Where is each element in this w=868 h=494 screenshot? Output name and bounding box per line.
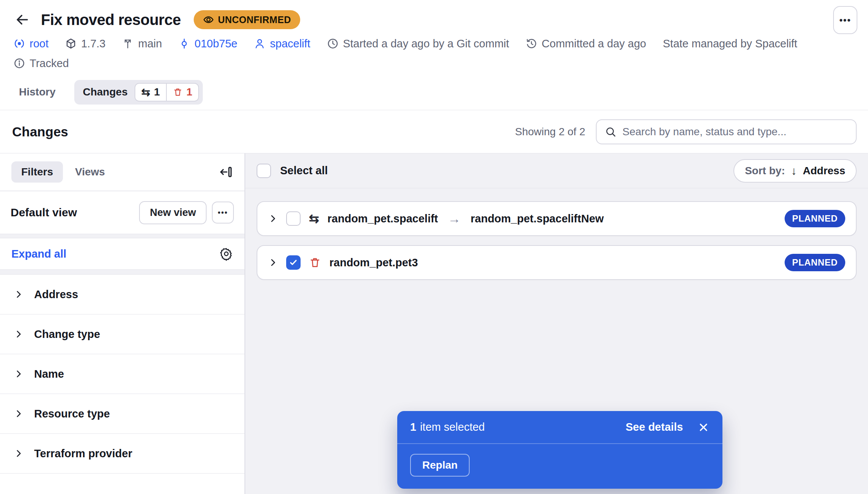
move-icon: ⇆	[141, 86, 150, 98]
showing-count: Showing 2 of 2	[515, 126, 585, 138]
filter-item-name[interactable]: Name	[0, 354, 244, 394]
status-badge-label: UNCONFIRMED	[218, 14, 291, 25]
started-label: Started a day ago by a Git commit	[343, 38, 509, 50]
resource-name-to: random_pet.spaceliftNew	[471, 213, 604, 225]
meta-row: root 1.7.3 main 010b75e	[14, 36, 854, 51]
commit-link[interactable]: 010b75e	[179, 38, 237, 50]
sort-button[interactable]: Sort by: ↓ Address	[733, 159, 857, 183]
chevron-right-icon	[14, 289, 24, 299]
filter-label: Terraform provider	[34, 447, 132, 460]
row-checkbox[interactable]	[286, 211, 301, 226]
search-box	[596, 119, 857, 144]
tab-history[interactable]: History	[14, 86, 61, 98]
state-item: State managed by Spacelift	[663, 38, 797, 50]
trash-icon	[173, 87, 183, 97]
branch-icon	[122, 38, 133, 49]
expand-all-link[interactable]: Expand all	[11, 248, 66, 260]
chevron-right-icon	[14, 329, 24, 339]
tab-changes-label: Changes	[83, 86, 127, 98]
page-title: Fix moved resource	[41, 11, 181, 28]
branch-label: main	[138, 38, 162, 50]
chevron-right-icon	[14, 369, 24, 379]
status-badge: UNCONFIRMED	[194, 10, 300, 29]
see-details-link[interactable]: See details	[625, 421, 683, 433]
page: Fix moved resource UNCONFIRMED ••• root	[0, 0, 868, 494]
changes-section-title: Changes	[12, 124, 68, 139]
user-label: spacelift	[270, 38, 310, 50]
selected-text: item selected	[420, 421, 485, 433]
filter-item-resource-type[interactable]: Resource type	[0, 394, 244, 434]
title-row: Fix moved resource UNCONFIRMED	[14, 8, 854, 32]
sidebar-tabs: Filters Views	[0, 153, 244, 191]
close-icon[interactable]	[697, 421, 710, 433]
eye-icon	[203, 14, 214, 25]
selected-count: 1	[410, 421, 416, 433]
filter-item-change-type[interactable]: Change type	[0, 314, 244, 354]
space-label: root	[30, 38, 49, 50]
resource-name: random_pet.pet3	[329, 256, 418, 269]
status-badge-planned: PLANNED	[785, 210, 845, 227]
gear-icon[interactable]	[219, 247, 233, 261]
back-arrow-icon[interactable]	[14, 11, 31, 28]
user-icon	[254, 38, 265, 49]
selection-toast: 1 item selected See details Replan	[397, 411, 722, 489]
branch-item: main	[122, 38, 162, 50]
changes-list: Select all Sort by: ↓ Address ⇆ random_p…	[245, 153, 868, 494]
view-more-button[interactable]: •••	[212, 202, 234, 224]
started-item: Started a day ago by a Git commit	[327, 38, 509, 50]
filter-label: Name	[34, 368, 64, 380]
change-cards: ⇆ random_pet.spacelift → random_pet.spac…	[257, 201, 857, 280]
filter-item-terraform-provider[interactable]: Terraform provider	[0, 434, 244, 474]
new-view-button[interactable]: New view	[139, 201, 207, 224]
tab-changes[interactable]: Changes ⇆ 1 1	[74, 80, 203, 105]
toast-header: 1 item selected See details	[397, 411, 722, 443]
space-link[interactable]: root	[14, 38, 49, 50]
moved-count: ⇆ 1	[135, 84, 166, 101]
moved-count-value: 1	[154, 86, 160, 98]
commit-icon	[179, 38, 190, 49]
replan-button[interactable]: Replan	[410, 454, 470, 477]
expand-all-row: Expand all	[0, 238, 244, 269]
change-row-moved[interactable]: ⇆ random_pet.spacelift → random_pet.spac…	[257, 201, 857, 236]
chevron-right-icon	[14, 449, 24, 458]
info-icon	[14, 58, 25, 69]
header-more-button[interactable]: •••	[833, 6, 857, 34]
filter-label: Change type	[34, 328, 100, 341]
state-label: State managed by Spacelift	[663, 38, 797, 50]
tab-filters[interactable]: Filters	[11, 161, 63, 183]
tracked-row: Tracked	[14, 56, 854, 70]
version-item: 1.7.3	[65, 38, 106, 50]
select-all-label: Select all	[280, 164, 328, 177]
filter-label: Resource type	[34, 408, 110, 420]
tab-views[interactable]: Views	[67, 161, 113, 183]
cube-icon	[65, 38, 77, 49]
view-actions: New view •••	[139, 201, 234, 224]
commit-label: 010b75e	[194, 38, 237, 50]
changes-bar: Changes Showing 2 of 2	[0, 110, 868, 153]
changes-count-pill: ⇆ 1 1	[135, 83, 199, 102]
version-label: 1.7.3	[81, 38, 106, 50]
row-checkbox[interactable]	[286, 255, 301, 270]
deleted-count: 1	[167, 84, 199, 101]
search-input[interactable]	[622, 126, 848, 138]
divider-strip	[0, 269, 244, 275]
trash-icon	[309, 256, 321, 269]
user-link[interactable]: spacelift	[254, 38, 310, 50]
deleted-count-value: 1	[186, 86, 193, 98]
chevron-right-icon[interactable]	[268, 258, 278, 267]
filter-item-address[interactable]: Address	[0, 275, 244, 314]
select-all-checkbox[interactable]	[257, 164, 271, 178]
change-row-deleted[interactable]: random_pet.pet3 PLANNED	[257, 245, 857, 280]
collapse-sidebar-icon[interactable]	[219, 165, 233, 179]
space-icon	[14, 38, 25, 49]
resource-name-from: random_pet.spacelift	[327, 213, 438, 225]
toast-actions: Replan	[397, 444, 722, 489]
move-icon: ⇆	[309, 211, 319, 226]
committed-item: Committed a day ago	[526, 38, 646, 50]
default-view-row: Default view New view •••	[0, 191, 244, 234]
changes-bar-right: Showing 2 of 2	[515, 119, 857, 144]
select-all-row: Select all Sort by: ↓ Address	[245, 153, 868, 188]
tracked-label: Tracked	[30, 57, 69, 70]
status-badge-planned: PLANNED	[785, 254, 845, 271]
chevron-right-icon[interactable]	[268, 214, 278, 224]
